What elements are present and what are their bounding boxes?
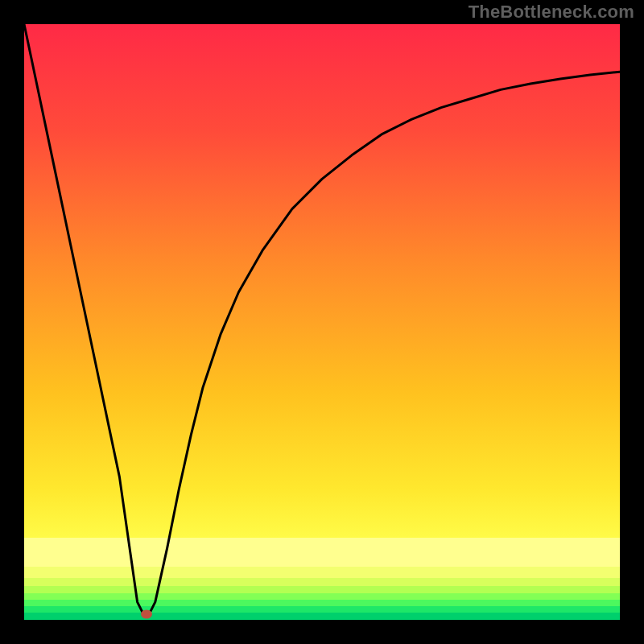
- watermark-text: TheBottleneck.com: [469, 2, 634, 23]
- curve-svg: [24, 24, 620, 620]
- chart-frame: TheBottleneck.com: [0, 0, 644, 644]
- curve-path: [24, 24, 620, 614]
- plot-area: [24, 24, 620, 620]
- minimum-marker: [141, 609, 152, 618]
